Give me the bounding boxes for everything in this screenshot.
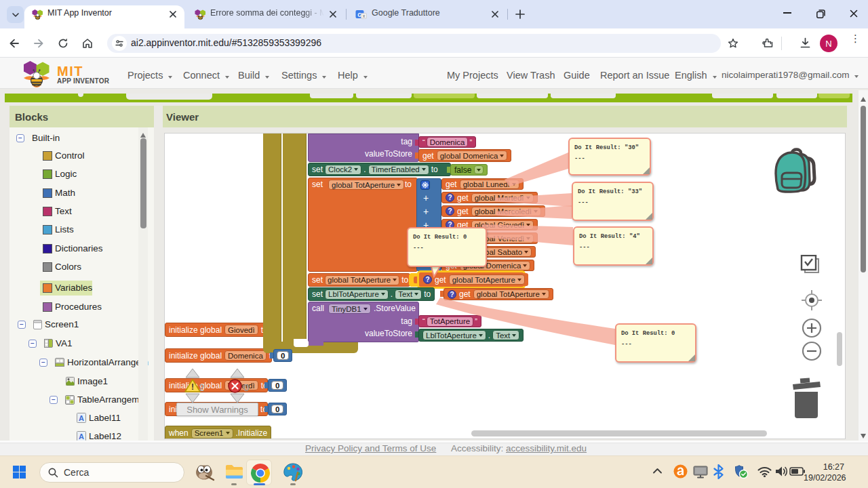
svg-text:A: A bbox=[79, 432, 84, 441]
svg-text:A: A bbox=[79, 414, 84, 422]
